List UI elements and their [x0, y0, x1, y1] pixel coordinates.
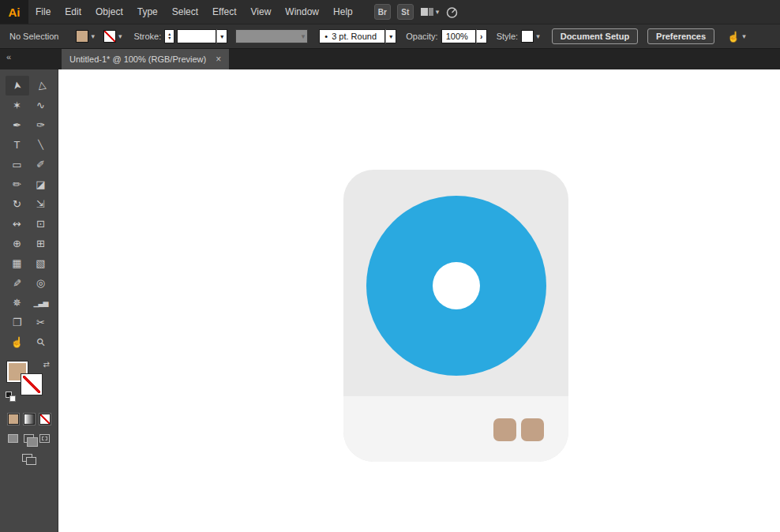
- pen-tool[interactable]: ✒: [6, 115, 29, 135]
- rectangle-tool[interactable]: ▭: [6, 155, 29, 174]
- menu-window[interactable]: Window: [278, 0, 326, 24]
- style-swatch[interactable]: [521, 30, 534, 43]
- tools-grid: ➤ ▷ ✶ ∿ ✒ ✑ T ╲ ▭ ✐ ✏ ◪ ↻ ⇲ ↭ ⊡ ⊕ ⊞ ▦ ▧ …: [6, 76, 53, 352]
- paintbrush-tool[interactable]: ✐: [29, 155, 53, 174]
- tool-panel: ➤ ▷ ✶ ∿ ✒ ✑ T ╲ ▭ ✐ ✏ ◪ ↻ ⇲ ↭ ⊡ ⊕ ⊞ ▦ ▧ …: [0, 69, 58, 532]
- gradient-button[interactable]: [24, 414, 35, 425]
- slice-tool-icon: ✂: [36, 317, 45, 328]
- eraser-tool[interactable]: ◪: [29, 174, 53, 194]
- menu-view[interactable]: View: [244, 0, 279, 24]
- gradient-tool-icon: ▧: [36, 257, 45, 269]
- bridge-button[interactable]: Br: [374, 4, 391, 20]
- stroke-color-control[interactable]: ▾: [103, 30, 125, 43]
- fill-color-control[interactable]: ▾: [76, 30, 97, 43]
- menu-help[interactable]: Help: [326, 0, 360, 24]
- pencil-tool[interactable]: ✏: [6, 174, 29, 194]
- stroke-weight-select[interactable]: ▾: [177, 29, 227, 43]
- opacity-input[interactable]: 100%: [441, 29, 476, 43]
- arrange-documents-button[interactable]: ▾: [420, 6, 440, 17]
- collapse-panel-icon[interactable]: «: [0, 49, 58, 62]
- artwork-tan-button-right[interactable]: [521, 418, 544, 441]
- menu-effect[interactable]: Effect: [205, 0, 243, 24]
- preferences-button[interactable]: Preferences: [647, 28, 714, 44]
- chevron-down-icon[interactable]: ▾: [536, 33, 540, 40]
- stepper-down-icon[interactable]: ▾: [168, 36, 171, 40]
- hand-tool[interactable]: ☝: [6, 332, 29, 352]
- document-tab-bar: « Untitled-1* @ 100% (RGB/Preview) ×: [0, 49, 780, 69]
- artwork-disc-hole-shape[interactable]: [433, 262, 480, 309]
- color-button[interactable]: [8, 414, 19, 425]
- magic-wand-tool[interactable]: ✶: [6, 96, 29, 115]
- column-graph-tool[interactable]: ▁▃▅: [29, 293, 53, 313]
- symbol-sprayer-tool[interactable]: ✵: [6, 293, 29, 313]
- control-bar: No Selection ▾ ▾ Stroke: ▴ ▾ ▾ ▾ • 3 pt.…: [0, 24, 780, 49]
- opacity-control[interactable]: 100% ›: [441, 29, 487, 43]
- direct-selection-tool[interactable]: ▷: [29, 76, 53, 96]
- curvature-tool[interactable]: ✑: [29, 115, 53, 135]
- document-setup-button[interactable]: Document Setup: [552, 28, 638, 44]
- scale-tool[interactable]: ⇲: [29, 194, 53, 214]
- artboard-canvas[interactable]: [58, 69, 780, 532]
- slice-tool[interactable]: ✂: [29, 313, 53, 332]
- menu-select[interactable]: Select: [165, 0, 205, 24]
- zoom-tool[interactable]: ⚲: [29, 332, 53, 352]
- close-icon[interactable]: ×: [216, 54, 221, 65]
- opacity-dropdown-arrow-icon[interactable]: ›: [476, 29, 487, 43]
- artboard-tool[interactable]: ❐: [6, 313, 29, 332]
- artwork-tan-button-left[interactable]: [493, 418, 516, 441]
- menu-type[interactable]: Type: [130, 0, 165, 24]
- zoom-tool-icon: ⚲: [34, 335, 47, 349]
- stock-button[interactable]: St: [397, 4, 414, 20]
- draw-normal-button[interactable]: [8, 434, 18, 443]
- rotate-tool[interactable]: ↻: [6, 194, 29, 214]
- none-button[interactable]: [39, 414, 51, 425]
- menu-edit[interactable]: Edit: [58, 0, 88, 24]
- blend-tool[interactable]: ◎: [29, 273, 53, 293]
- type-tool-icon: T: [14, 139, 21, 151]
- stroke-weight-stepper[interactable]: ▴ ▾: [164, 29, 174, 43]
- menu-object[interactable]: Object: [88, 0, 130, 24]
- chevron-down-icon[interactable]: ▾: [216, 29, 227, 43]
- gradient-tool[interactable]: ▧: [29, 253, 53, 273]
- scale-tool-icon: ⇲: [36, 198, 45, 210]
- fill-color-swatch[interactable]: [76, 30, 88, 43]
- gpu-performance-icon[interactable]: [445, 6, 459, 19]
- stroke-color-swatch[interactable]: [103, 30, 116, 43]
- line-segment-tool[interactable]: ╲: [29, 135, 53, 155]
- type-tool[interactable]: T: [6, 135, 29, 155]
- menu-file[interactable]: File: [28, 0, 58, 24]
- default-fill-stroke-icon[interactable]: [6, 392, 17, 403]
- default-stroke-mini: [9, 395, 16, 402]
- eyedropper-tool[interactable]: ✎: [6, 273, 29, 293]
- brush-definition-select[interactable]: • 3 pt. Round ▾: [308, 29, 396, 43]
- width-tool[interactable]: ↭: [6, 214, 29, 234]
- opacity-label: Opacity:: [406, 32, 437, 41]
- style-select[interactable]: ▾: [521, 30, 542, 43]
- illustrator-logo: Ai: [0, 0, 28, 24]
- chevron-down-icon[interactable]: ▾: [118, 33, 122, 40]
- draw-behind-button[interactable]: [24, 434, 34, 443]
- symbol-sprayer-tool-icon: ✵: [13, 297, 21, 309]
- lasso-tool[interactable]: ∿: [29, 96, 53, 115]
- swap-fill-stroke-icon[interactable]: ⇄: [43, 360, 50, 369]
- shape-builder-tool[interactable]: ⊕: [6, 234, 29, 253]
- eraser-tool-icon: ◪: [36, 178, 45, 190]
- chevron-down-icon[interactable]: ▾: [385, 29, 396, 43]
- brush-definition-field[interactable]: • 3 pt. Round: [319, 29, 385, 43]
- document-tab[interactable]: Untitled-1* @ 100% (RGB/Preview) ×: [62, 49, 229, 69]
- mesh-tool[interactable]: ▦: [6, 253, 29, 273]
- lasso-tool-icon: ∿: [36, 99, 45, 111]
- screen-mode-button[interactable]: [22, 454, 36, 465]
- draw-inside-button[interactable]: [39, 434, 50, 443]
- stroke-weight-value[interactable]: [177, 29, 216, 43]
- free-transform-tool[interactable]: ⊡: [29, 214, 53, 234]
- selection-tool[interactable]: ➤: [6, 76, 29, 96]
- chevron-down-icon: ▾: [742, 33, 746, 40]
- stroke-swatch[interactable]: [21, 374, 42, 395]
- perspective-grid-tool[interactable]: ⊞: [29, 234, 53, 253]
- draw-mode-buttons: [8, 434, 50, 443]
- touch-workspace-toggle[interactable]: ☝ ▾: [727, 31, 746, 43]
- chevron-down-icon[interactable]: ▾: [91, 33, 95, 40]
- perspective-grid-tool-icon: ⊞: [36, 238, 45, 249]
- free-transform-tool-icon: ⊡: [36, 218, 45, 230]
